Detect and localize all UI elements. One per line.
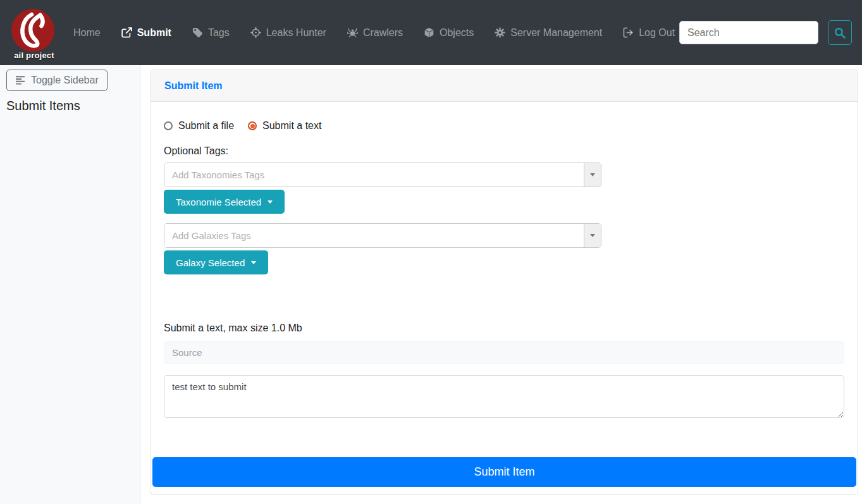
- radio-circle-selected[interactable]: [248, 121, 257, 130]
- taxonomie-selected-label: Taxonomie Selected: [176, 197, 261, 207]
- left-sidebar: Toggle Sidebar Submit Items: [0, 65, 140, 504]
- search-input[interactable]: [679, 21, 818, 44]
- caret-down-icon: [590, 234, 595, 237]
- nav-item-crawlers[interactable]: Crawlers: [347, 27, 403, 39]
- taxonomies-dropdown-toggle[interactable]: [584, 163, 601, 187]
- radio-label: Submit a text: [262, 120, 321, 132]
- nav-item-submit[interactable]: Submit: [121, 27, 171, 39]
- submit-item-button[interactable]: Submit Item: [152, 457, 856, 487]
- submit-mode-radio-group: Submit a file Submit a text: [164, 120, 845, 132]
- sign-out-icon: [623, 27, 634, 38]
- navbar-search: [679, 20, 852, 45]
- radio-submit-text[interactable]: Submit a text: [248, 120, 321, 132]
- caret-down-icon: [251, 261, 256, 264]
- edit-icon: [121, 27, 132, 38]
- nav-label: Objects: [440, 27, 474, 39]
- nav-item-objects[interactable]: Objects: [424, 27, 474, 39]
- nav-label: Leaks Hunter: [266, 27, 326, 39]
- card-body: Submit a file Submit a text Optional Tag…: [151, 102, 858, 487]
- toggle-sidebar-button[interactable]: Toggle Sidebar: [6, 70, 108, 91]
- taxonomies-tags-input[interactable]: [164, 163, 584, 187]
- submit-item-card: Submit Item Submit a file Submit a text …: [151, 70, 858, 495]
- galaxies-tags-group: [164, 223, 601, 248]
- ail-logo-circle: [11, 9, 54, 52]
- main-nav: Home Submit Tags Leaks Hunter: [73, 27, 675, 39]
- caret-down-icon: [590, 173, 595, 176]
- ail-logo-text: ail project: [5, 51, 63, 60]
- ail-logo[interactable]: ail project: [10, 3, 56, 63]
- top-navbar: ail project Home Submit Tags Lea: [0, 0, 862, 65]
- search-icon: [834, 27, 846, 39]
- ail-logo-glyph: [11, 9, 54, 52]
- main-content: Submit Item Submit a file Submit a text …: [140, 65, 862, 504]
- taxonomies-tags-group: [164, 163, 601, 187]
- galaxies-tags-input[interactable]: [164, 224, 584, 247]
- paste-text-area[interactable]: test text to submit: [164, 375, 844, 418]
- taxonomie-selected-dropdown[interactable]: Taxonomie Selected: [164, 190, 285, 214]
- nav-label: Submit: [137, 27, 171, 39]
- galaxy-selected-label: Galaxy Selected: [176, 257, 245, 268]
- optional-tags-label: Optional Tags:: [164, 145, 845, 157]
- radio-circle-unselected[interactable]: [164, 121, 173, 130]
- nav-label: Log Out: [639, 27, 675, 39]
- nav-item-home[interactable]: Home: [73, 27, 101, 39]
- text-section-label: Submit a text, max size 1.0 Mb: [164, 322, 845, 334]
- nav-item-tags[interactable]: Tags: [192, 27, 230, 39]
- nav-label: Tags: [208, 27, 230, 39]
- nav-label: Home: [73, 27, 101, 39]
- align-left-icon: [15, 75, 25, 85]
- galaxies-dropdown-toggle[interactable]: [584, 224, 601, 247]
- sidebar-title: Submit Items: [6, 99, 133, 113]
- card-header: Submit Item: [151, 70, 858, 102]
- nav-label: Crawlers: [363, 27, 403, 39]
- tag-icon: [192, 27, 203, 38]
- radio-submit-file[interactable]: Submit a file: [164, 120, 234, 132]
- nav-item-leaks-hunter[interactable]: Leaks Hunter: [250, 27, 326, 39]
- galaxy-selected-dropdown[interactable]: Galaxy Selected: [164, 250, 268, 274]
- spider-icon: [347, 27, 358, 38]
- radio-label: Submit a file: [178, 120, 234, 132]
- gear-icon: [495, 27, 505, 38]
- crosshairs-icon: [250, 27, 261, 38]
- source-input[interactable]: [164, 341, 844, 364]
- card-title: Submit Item: [164, 80, 223, 92]
- search-button[interactable]: [828, 20, 852, 45]
- cube-icon: [424, 27, 434, 38]
- caret-down-icon: [268, 200, 273, 204]
- nav-label: Server Management: [510, 27, 602, 39]
- nav-item-server-management[interactable]: Server Management: [495, 27, 602, 39]
- nav-item-log-out[interactable]: Log Out: [623, 27, 675, 39]
- toggle-sidebar-label: Toggle Sidebar: [31, 75, 99, 86]
